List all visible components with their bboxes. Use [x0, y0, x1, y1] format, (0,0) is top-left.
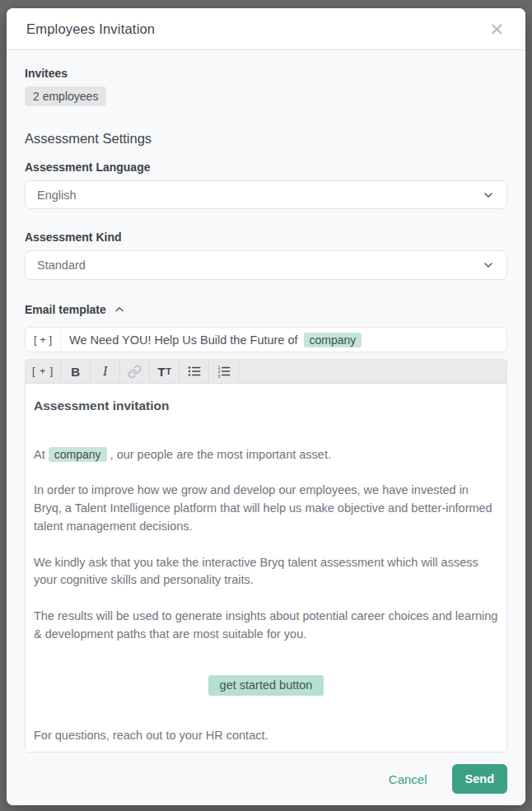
subject-text: We Need YOU! Help Us Build the Future of	[69, 333, 298, 347]
close-button[interactable]: ✕	[488, 21, 506, 38]
modal-title: Employees Invitation	[26, 21, 155, 37]
email-body-paragraph: In order to improve how we grow and deve…	[34, 482, 498, 535]
link-icon	[128, 365, 142, 379]
bullet-list-button[interactable]	[180, 360, 209, 383]
close-icon: ✕	[489, 20, 504, 39]
email-body-heading: Assessment invitation	[34, 396, 498, 415]
email-body-line: At company , our people are the most imp…	[34, 446, 498, 464]
text-size-button[interactable]: TT	[150, 360, 180, 383]
chevron-up-icon	[114, 304, 125, 315]
chevron-down-icon	[482, 259, 495, 272]
assessment-language-select[interactable]: English	[25, 180, 507, 209]
modal-footer: Cancel Send	[25, 753, 507, 795]
assessment-language-value: English	[37, 189, 77, 202]
email-body-footer-line: For questions, reach out to your HR cont…	[34, 727, 498, 745]
modal-header: Employees Invitation ✕	[7, 8, 525, 50]
numbered-list-icon: 1 2 3	[217, 364, 231, 379]
email-body-textarea[interactable]: Assessment invitation At company , our p…	[26, 384, 506, 752]
numbered-list-button[interactable]: 1 2 3	[209, 360, 239, 383]
email-template-label: Email template	[25, 303, 106, 316]
invitees-count-badge: 2 employees	[25, 86, 106, 106]
cancel-button[interactable]: Cancel	[389, 772, 427, 786]
email-subject-field[interactable]: [ + ] We Need YOU! Help Us Build the Fut…	[25, 327, 507, 353]
link-button[interactable]	[120, 360, 150, 383]
editor-toolbar: [ + ] B I TT	[26, 360, 506, 384]
chevron-down-icon	[482, 189, 495, 202]
invitees-label: Invitees	[25, 67, 507, 80]
assessment-settings-heading: Assessment Settings	[25, 131, 507, 147]
italic-button[interactable]: I	[91, 360, 120, 383]
email-body-editor: [ + ] B I TT	[25, 359, 507, 753]
email-template-toggle[interactable]: Email template	[25, 303, 507, 316]
assessment-kind-select[interactable]: Standard	[25, 250, 507, 279]
svg-text:3: 3	[217, 374, 220, 379]
body-company-token[interactable]: company	[49, 447, 107, 462]
send-button[interactable]: Send	[452, 764, 507, 794]
email-body-paragraph: We kindly ask that you take the interact…	[34, 554, 498, 590]
email-body-paragraph: The results will be used to generate ins…	[34, 608, 498, 644]
email-subject-input[interactable]: We Need YOU! Help Us Build the Future of…	[61, 328, 506, 352]
subject-insert-token-button[interactable]: [ + ]	[26, 328, 61, 352]
bullet-list-icon	[187, 364, 202, 379]
modal-body: Invitees 2 employees Assessment Settings…	[7, 50, 525, 805]
insert-token-button[interactable]: [ + ]	[26, 360, 61, 383]
get-started-button-token[interactable]: get started button	[208, 675, 324, 697]
subject-company-token[interactable]: company	[304, 333, 362, 347]
assessment-kind-label: Assessment Kind	[25, 231, 507, 244]
cta-row: get started button	[34, 675, 498, 697]
assessment-language-label: Assessment Language	[25, 161, 507, 174]
bold-button[interactable]: B	[61, 360, 91, 383]
text-size-icon: T	[157, 365, 165, 379]
employees-invitation-modal: Employees Invitation ✕ Invitees 2 employ…	[7, 8, 525, 805]
assessment-kind-value: Standard	[37, 259, 86, 272]
